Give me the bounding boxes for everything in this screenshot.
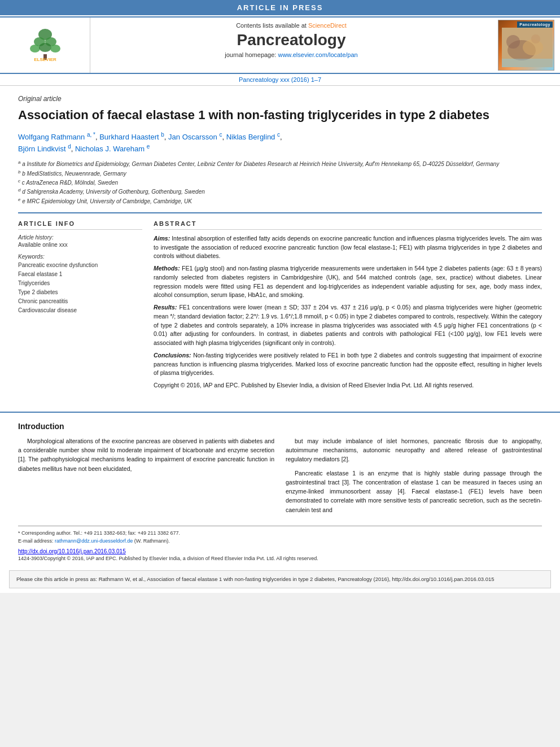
abstract-methods: Methods: FE1 (μg/g stool) and non-fastin… [154,264,542,300]
intro-col2-p1: but may include imbalance of islet hormo… [286,436,542,464]
science-direct-text: Contents lists available at [236,22,307,29]
keywords-section: Keywords: Pancreatic exocrine dysfunctio… [18,254,142,315]
svg-point-3 [30,45,40,53]
svg-point-5 [50,45,60,53]
journal-title: Pancreatology [99,31,483,49]
abstract-results: Results: FE1 concentrations were lower (… [154,303,542,348]
author-lindkvist-sup: d [68,143,71,150]
journal-header-left: ELSEVIER [0,18,90,73]
cover-image-art [502,28,553,67]
citation-box-text: Please cite this article in press as: Ra… [16,576,495,582]
affiliation-e: e e MRC Epidemiology Unit, University of… [18,196,542,206]
keyword-5: Chronic pancreatitis [18,297,142,306]
svg-point-4 [39,43,51,52]
email-label: E-mail address: [18,538,54,544]
svg-point-12 [531,34,540,43]
email-suffix: (W. Rathmann). [134,538,170,544]
intro-col-right: but may include imbalance of islet hormo… [286,436,542,519]
homepage-url-label: www.elsevier.com/locate/pan [278,51,357,58]
keyword-2: Faecal elastase 1 [18,270,142,279]
email-address: rathmann@ddz.uni-duesseldorf.de [55,538,133,544]
journal-citation: Pancreatology xxx (2016) 1–7 [0,74,560,86]
science-direct-link: Contents lists available at ScienceDirec… [99,22,483,29]
author-berglind: Niklas Berglind [226,133,275,141]
journal-header: ELSEVIER Contents lists available at Sci… [0,16,560,74]
intro-col-left: Morphological alterations of the exocrin… [18,436,274,519]
elsevier-logo: ELSEVIER [28,26,62,65]
homepage-text: journal homepage: [225,51,276,58]
science-direct-label: ScienceDirect [308,22,347,29]
author-rathmann-sup: a, * [87,132,95,138]
email-link[interactable]: rathmann@ddz.uni-duesseldorf.de [55,538,134,544]
abstract-heading: ABSTRACT [154,220,542,230]
abstract-aims: Aims: Intestinal absorption of esterifie… [154,234,542,261]
article-type: Original article [18,95,542,103]
corresponding-author: * Corresponding author. Tel.: +49 211 33… [18,530,542,538]
science-direct-anchor[interactable]: ScienceDirect [308,22,347,29]
conclusions-label: Conclusions: [154,352,193,359]
aims-text: Intestinal absorption of esterified fatt… [154,235,542,260]
article-info-heading: ARTICLE INFO [18,220,142,230]
journal-header-right: Pancreatology [492,18,560,73]
affiliation-a: a a Institute for Biometrics and Epidemi… [18,159,542,168]
author-rathmann: Wolfgang Rathmann [18,133,85,141]
email-line: E-mail address: rathmann@ddz.uni-duessel… [18,538,542,545]
info-abstract-section: ARTICLE INFO Article history: Available … [18,212,542,394]
author-berglind-sup: c [277,132,280,138]
introduction-heading: Introduction [18,422,542,431]
article-in-press-banner: ARTICLE IN PRESS [0,0,560,15]
homepage-url[interactable]: www.elsevier.com/locate/pan [278,51,357,58]
results-text: FE1 concentrations were lower (mean ± SD… [154,304,542,346]
doi-line: http://dx.doi.org/10.1016/j.pan.2016.03.… [0,545,560,556]
affiliations: a a Institute for Biometrics and Epidemi… [18,159,542,206]
citation-box: Please cite this article in press as: Ra… [9,570,551,588]
abstract-conclusions: Conclusions: Non-fasting triglycerides w… [154,351,542,378]
abstract-copyright: Copyright © 2016, IAP and EPC. Published… [154,381,542,390]
article-content: Original article Association of faecal e… [0,86,560,403]
doi-link[interactable]: http://dx.doi.org/10.1016/j.pan.2016.03.… [18,548,126,554]
elsevier-tree-icon: ELSEVIER [28,26,62,63]
article-info-column: ARTICLE INFO Article history: Available … [18,220,142,394]
author-oscarsson: Jan Oscarsson [168,133,217,141]
svg-point-11 [506,35,520,49]
conclusions-text: Non-fasting triglycerides were positivel… [154,352,542,377]
authors-list: Wolfgang Rathmann a, *, Burkhard Haaster… [18,130,542,155]
copyright-line: 1424-3903/Copyright © 2016, IAP and EPC.… [0,556,560,566]
author-wareham-sup: e [147,143,150,150]
introduction-section: Introduction Morphological alterations o… [0,422,560,519]
page: ARTICLE IN PRESS ELSEVIER [0,0,560,593]
abstract-text: Aims: Intestinal absorption of esterifie… [154,234,542,390]
affiliation-c: c c AstraZeneca R&D, Mölndal, Sweden [18,178,542,187]
keywords-label: Keywords: [18,254,142,260]
keyword-4: Type 2 diabetes [18,288,142,297]
banner-text: ARTICLE IN PRESS [237,3,323,12]
article-title: Association of faecal elastase 1 with no… [18,107,542,124]
history-value: Available online xxx [18,242,142,248]
author-haastert: Burkhard Haastert [99,133,159,141]
footer-note: * Corresponding author. Tel.: +49 211 33… [18,526,542,545]
methods-label: Methods: [154,265,182,272]
introduction-columns: Morphological alterations of the exocrin… [18,436,542,519]
keyword-3: Triglycerides [18,279,142,288]
aims-label: Aims: [154,235,172,242]
history-label: Article history: [18,234,142,241]
journal-homepage: journal homepage: www.elsevier.com/locat… [99,51,483,58]
author-lindkvist: Björn Lindkvist [18,145,66,154]
citation-text: Pancreatology xxx (2016) 1–7 [239,76,321,83]
svg-text:ELSEVIER: ELSEVIER [34,57,56,62]
author-haastert-sup: b [161,132,164,138]
cover-title: Pancreatology [517,21,553,28]
section-separator [0,412,560,413]
methods-text: FE1 (μg/g stool) and non-fasting plasma … [154,265,542,298]
abstract-column: ABSTRACT Aims: Intestinal absorption of … [154,220,542,394]
intro-col1-p1: Morphological alterations of the exocrin… [18,436,274,473]
keyword-1: Pancreatic exocrine dysfunction [18,261,142,270]
doi-url: http://dx.doi.org/10.1016/j.pan.2016.03.… [18,548,126,554]
journal-header-center: Contents lists available at ScienceDirec… [90,18,492,73]
affiliation-d: d d Sahlgrenska Academy, University of G… [18,187,542,196]
results-label: Results: [154,304,179,311]
affiliation-b: b b MediStatistics, Neuwennrade, Germany [18,169,542,178]
author-wareham: Nicholas J. Wareham [75,145,145,154]
journal-cover-image: Pancreatology [498,20,554,71]
svg-rect-13 [502,59,553,67]
